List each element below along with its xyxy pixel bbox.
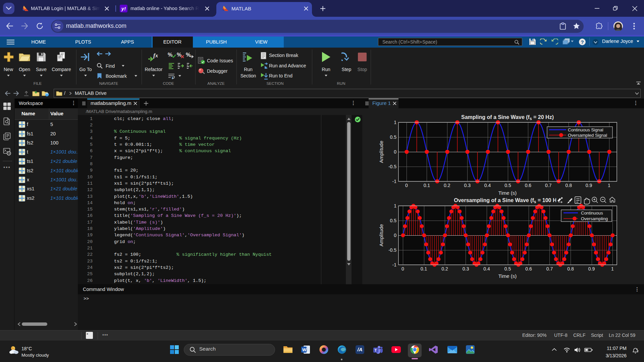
svg-text:0.9: 0.9	[586, 183, 592, 188]
svg-text:0: 0	[401, 266, 404, 272]
svg-text:1: 1	[394, 120, 396, 125]
svg-text:1: 1	[611, 266, 614, 272]
svg-text:-0.5: -0.5	[388, 164, 396, 169]
svg-text:0.7: 0.7	[546, 266, 553, 272]
svg-text:-1: -1	[392, 179, 397, 184]
svg-text:Continuous: Continuous	[581, 210, 603, 216]
svg-text:0.2: 0.2	[444, 183, 450, 188]
svg-text:Amplitude: Amplitude	[378, 224, 384, 247]
svg-text:0.3: 0.3	[464, 183, 471, 188]
svg-text:0.1: 0.1	[421, 266, 427, 272]
svg-text:fi: fi	[172, 76, 174, 79]
svg-text:0: 0	[405, 183, 408, 188]
svg-text:0.4: 0.4	[484, 183, 491, 188]
svg-text:0.5: 0.5	[504, 266, 511, 272]
svg-text:1: 1	[394, 203, 396, 208]
svg-text:%: %	[177, 52, 181, 58]
svg-text:-1: -1	[392, 262, 397, 267]
svg-text:Time (s): Time (s)	[498, 273, 517, 279]
svg-text:0.8: 0.8	[565, 183, 572, 188]
svg-text:Sampling of a Sine Wave (fs =: Sampling of a Sine Wave (fs = 20 Hz)	[461, 114, 554, 121]
svg-text:0.1: 0.1	[424, 183, 430, 188]
svg-text:W: W	[302, 347, 307, 352]
svg-text:Amplitude: Amplitude	[378, 141, 384, 163]
svg-text:%: %	[168, 52, 172, 58]
svg-text:0.2: 0.2	[441, 266, 448, 272]
svg-text:0.5: 0.5	[504, 183, 511, 188]
svg-text:0.9: 0.9	[588, 266, 595, 272]
svg-text:Continuous Signal: Continuous Signal	[568, 127, 603, 132]
svg-text:1: 1	[608, 183, 610, 188]
svg-text:0.5: 0.5	[390, 134, 397, 140]
svg-text:0.3: 0.3	[463, 266, 469, 272]
svg-text:0.4: 0.4	[483, 266, 490, 272]
svg-text:Oversampled Signal: Oversampled Signal	[568, 133, 607, 138]
svg-text:0.7: 0.7	[545, 183, 552, 188]
svg-text:z: z	[638, 350, 639, 352]
svg-text:Oversampling of a Sine Wave (f: Oversampling of a Sine Wave (fs = 100 Hz…	[454, 197, 561, 204]
svg-text:-0.5: -0.5	[388, 247, 396, 253]
svg-text:0: 0	[394, 233, 396, 238]
svg-text:0.5: 0.5	[390, 218, 397, 223]
svg-text:0: 0	[394, 149, 396, 155]
svg-text:fx: fx	[153, 52, 158, 59]
svg-text:Oversampling: Oversampling	[581, 216, 608, 221]
svg-text:Time (s): Time (s)	[498, 190, 517, 196]
svg-text:0.6: 0.6	[525, 266, 532, 272]
svg-text:?: ?	[581, 39, 584, 45]
svg-text:0.6: 0.6	[525, 183, 532, 188]
svg-text:0.8: 0.8	[567, 266, 574, 272]
svg-text:T: T	[375, 348, 377, 352]
